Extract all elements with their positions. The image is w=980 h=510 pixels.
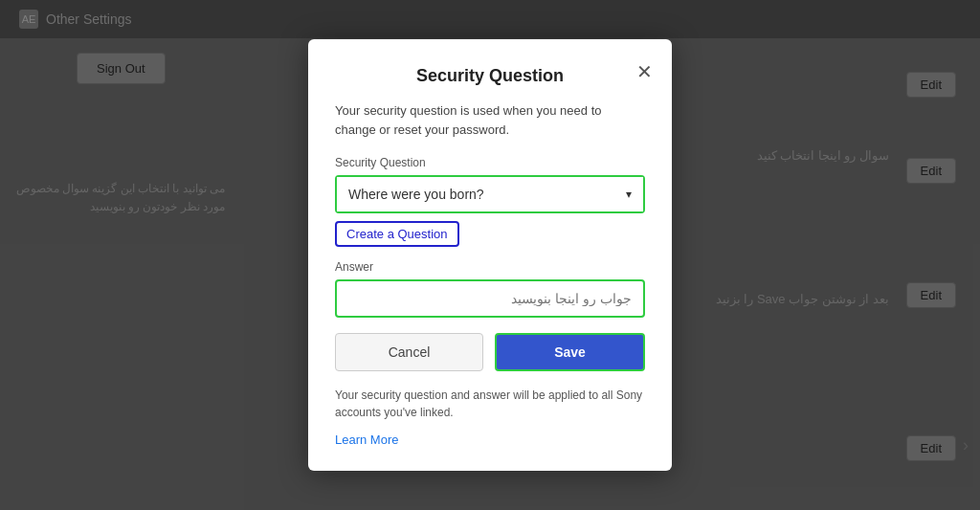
modal-note: Your security question and answer will b… [335,387,645,421]
learn-more-link[interactable]: Learn More [335,432,398,447]
security-question-dropdown-wrapper: Where were you born?What was your childh… [335,175,645,213]
security-question-label: Security Question [335,156,645,169]
modal-actions: Cancel Save [335,333,645,371]
modal-header: Security Question ✕ [335,66,645,86]
background-page: AE Other Settings Sign Out Edit Edit Edi… [0,0,980,510]
modal-title: Security Question [416,66,564,86]
security-question-dropdown[interactable]: Where were you born?What was your childh… [337,177,643,211]
create-question-button[interactable]: Create a Question [335,221,459,247]
modal-overlay: Security Question ✕ Your security questi… [0,0,980,510]
answer-input[interactable] [335,279,645,318]
cancel-button[interactable]: Cancel [335,333,483,371]
answer-label: Answer [335,260,645,274]
modal-close-button[interactable]: ✕ [636,62,653,81]
save-button[interactable]: Save [495,333,645,371]
modal-description: Your security question is used when you … [335,101,645,139]
security-question-modal: Security Question ✕ Your security questi… [308,39,672,471]
